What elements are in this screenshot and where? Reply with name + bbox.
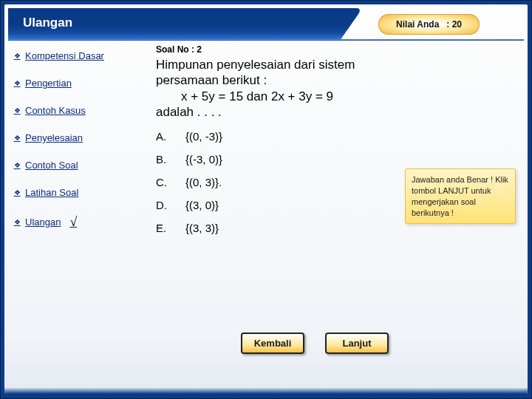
diamond-bullet-icon: ❖ bbox=[13, 219, 21, 226]
sidebar-item-contoh-kasus[interactable]: ❖ Contoh Kasus bbox=[13, 105, 150, 116]
sidebar-item-label: Latihan Soal bbox=[25, 187, 78, 198]
sidebar-item-ulangan[interactable]: ❖ Ulangan √ bbox=[13, 214, 150, 230]
score-value: : 20 bbox=[446, 19, 462, 30]
option-e-label[interactable]: E. bbox=[156, 222, 185, 234]
content-panel: Ulangan Nilai Anda : 20 ❖ Kompetensi Das… bbox=[4, 4, 528, 394]
option-d-label[interactable]: D. bbox=[156, 199, 185, 211]
diamond-bullet-icon: ❖ bbox=[13, 189, 21, 197]
diamond-bullet-icon: ❖ bbox=[13, 52, 21, 60]
diamond-bullet-icon: ❖ bbox=[13, 80, 21, 87]
sidebar-nav: ❖ Kompetensi Dasar ❖ Pengertian ❖ Contoh… bbox=[13, 50, 150, 230]
diamond-bullet-icon: ❖ bbox=[13, 162, 21, 169]
check-mark-icon: √ bbox=[69, 214, 77, 230]
option-b-label[interactable]: B. bbox=[156, 153, 185, 166]
sidebar-item-label: Contoh Soal bbox=[25, 160, 78, 171]
app-frame: Ulangan Nilai Anda : 20 ❖ Kompetensi Das… bbox=[0, 0, 532, 399]
question-equation: x + 5y = 15 dan 2x + 3y = 9 bbox=[156, 89, 396, 104]
question-text: Himpunan penyelesaian dari sistem persam… bbox=[156, 57, 396, 120]
sidebar-item-label: Penyelesaian bbox=[25, 132, 83, 143]
diamond-bullet-icon: ❖ bbox=[13, 107, 21, 115]
main-content: Soal No : 2 Himpunan penyelesaian dari s… bbox=[156, 44, 520, 383]
question-number: Soal No : 2 bbox=[156, 44, 520, 55]
sidebar-item-pengertian[interactable]: ❖ Pengertian bbox=[13, 78, 150, 89]
sidebar-item-label: Ulangan bbox=[25, 216, 61, 228]
sidebar-item-label: Contoh Kasus bbox=[25, 105, 86, 116]
sidebar-item-penyelesaian[interactable]: ❖ Penyelesaian bbox=[13, 132, 150, 143]
next-button[interactable]: Lanjut bbox=[325, 332, 389, 354]
score-label: Nilai Anda bbox=[396, 19, 439, 30]
option-a-label[interactable]: A. bbox=[156, 130, 185, 143]
diamond-bullet-icon: ❖ bbox=[13, 134, 21, 142]
feedback-tooltip: Jawaban anda Benar ! Klik tombol LANJUT … bbox=[405, 168, 516, 224]
option-a-value[interactable]: {(0, -3)} bbox=[185, 130, 520, 143]
header: Ulangan Nilai Anda : 20 bbox=[8, 8, 524, 39]
option-c-label[interactable]: C. bbox=[156, 176, 185, 188]
sidebar-item-contoh-soal[interactable]: ❖ Contoh Soal bbox=[13, 160, 150, 171]
question-line-1: Himpunan penyelesaian dari sistem persam… bbox=[156, 58, 355, 87]
score-pill: Nilai Anda : 20 bbox=[378, 14, 480, 35]
page-title: Ulangan bbox=[23, 16, 72, 30]
sidebar-item-latihan-soal[interactable]: ❖ Latihan Soal bbox=[13, 187, 150, 198]
sidebar-item-label: Pengertian bbox=[25, 78, 72, 89]
header-divider bbox=[8, 39, 524, 41]
sidebar-item-label: Kompetensi Dasar bbox=[25, 50, 104, 61]
back-button[interactable]: Kembali bbox=[241, 332, 304, 354]
sidebar-item-kompetensi-dasar[interactable]: ❖ Kompetensi Dasar bbox=[13, 50, 150, 61]
question-line-3: adalah . . . . bbox=[156, 105, 222, 119]
nav-buttons: Kembali Lanjut bbox=[241, 332, 389, 354]
option-b-value[interactable]: {(-3, 0)} bbox=[185, 153, 520, 166]
